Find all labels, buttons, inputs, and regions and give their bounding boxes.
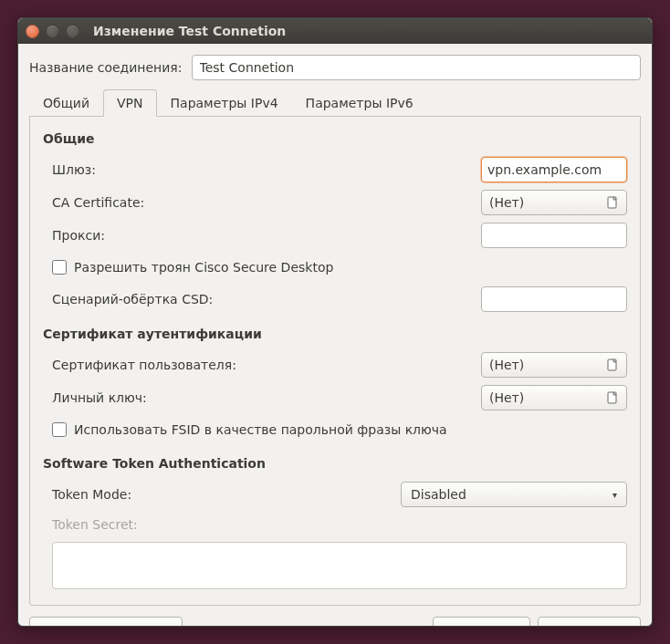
connection-name-input[interactable] [192, 55, 641, 80]
user-cert-value: (Нет) [489, 358, 606, 372]
private-key-label: Личный ключ: [52, 390, 147, 405]
client-area: Название соединения: Общий VPN Параметры… [18, 44, 652, 627]
token-secret-label: Token Secret: [52, 517, 138, 532]
fsid-checkbox[interactable] [52, 422, 67, 437]
gateway-input[interactable] [481, 157, 627, 182]
tab-general[interactable]: Общий [29, 89, 103, 117]
tab-vpn[interactable]: VPN [103, 89, 157, 117]
minimize-icon[interactable] [46, 25, 59, 38]
user-cert-label: Сертификат пользователя: [52, 358, 236, 372]
csd-checkbox[interactable] [52, 260, 67, 275]
section-general-heading: Общие [43, 131, 627, 146]
private-key-value: (Нет) [489, 390, 606, 405]
maximize-icon[interactable] [66, 25, 79, 38]
csd-wrapper-label: Сценарий-обёртка CSD: [52, 292, 213, 306]
tab-bar: Общий VPN Параметры IPv4 Параметры IPv6 [29, 89, 641, 117]
proxy-label: Прокси: [52, 228, 105, 243]
tab-ipv4[interactable]: Параметры IPv4 [157, 89, 292, 117]
token-mode-combo[interactable]: Disabled ▾ [401, 482, 627, 507]
csd-wrapper-input[interactable] [481, 286, 627, 312]
ca-cert-label: CA Certificate: [52, 195, 144, 210]
token-mode-value: Disabled [411, 487, 466, 502]
gateway-label: Шлюз: [52, 162, 96, 177]
file-icon [606, 391, 619, 404]
cancel-button[interactable]: Отменить [433, 617, 530, 627]
token-secret-textarea[interactable] [52, 542, 627, 589]
token-mode-label: Token Mode: [52, 487, 131, 502]
dialog-button-bar: Экспортировать… Отменить Сохранить [29, 617, 641, 627]
vpn-tab-pane: Общие Шлюз: CA Certificate: (Нет) Прокси… [29, 117, 641, 606]
section-auth-heading: Сертификат аутентификации [43, 327, 627, 341]
file-icon [606, 196, 619, 209]
section-token-heading: Software Token Authentication [43, 456, 627, 471]
export-button[interactable]: Экспортировать… [29, 617, 183, 627]
close-icon[interactable] [26, 25, 39, 38]
window-title: Изменение Test Connetion [93, 24, 286, 38]
file-icon [606, 358, 619, 371]
chevron-down-icon: ▾ [612, 490, 617, 500]
user-cert-chooser[interactable]: (Нет) [481, 352, 627, 378]
private-key-chooser[interactable]: (Нет) [481, 385, 627, 410]
ca-cert-value: (Нет) [489, 195, 606, 210]
titlebar[interactable]: Изменение Test Connetion [18, 18, 652, 44]
save-button[interactable]: Сохранить [538, 617, 641, 627]
fsid-checkbox-label: Использовать FSID в качестве парольной ф… [74, 422, 447, 437]
tab-ipv6[interactable]: Параметры IPv6 [292, 89, 427, 117]
dialog-window: Изменение Test Connetion Название соедин… [17, 17, 653, 627]
ca-cert-chooser[interactable]: (Нет) [481, 190, 627, 215]
connection-name-label: Название соединения: [29, 60, 183, 75]
csd-checkbox-label: Разрешить троян Cisco Secure Desktop [74, 260, 333, 275]
proxy-input[interactable] [481, 223, 627, 248]
